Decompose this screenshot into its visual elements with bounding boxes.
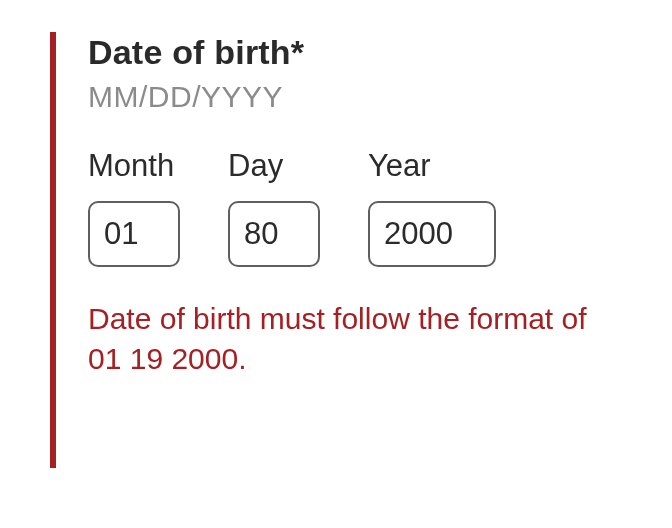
error-accent-bar (50, 32, 56, 468)
day-field: Day (228, 149, 320, 267)
day-label: Day (228, 149, 320, 183)
dob-fields-row: Month Day Year (88, 149, 652, 267)
field-group-legend: Date of birth* (88, 32, 652, 73)
year-field: Year (368, 149, 496, 267)
month-label: Month (88, 149, 180, 183)
form-content: Date of birth* MM/DD/YYYY Month Day Year… (88, 24, 652, 380)
month-field: Month (88, 149, 180, 267)
validation-error-message: Date of birth must follow the format of … (88, 299, 608, 380)
field-group-format-hint: MM/DD/YYYY (88, 79, 652, 115)
date-of-birth-form-group: Date of birth* MM/DD/YYYY Month Day Year… (0, 0, 672, 528)
month-input[interactable] (88, 201, 180, 267)
year-input[interactable] (368, 201, 496, 267)
day-input[interactable] (228, 201, 320, 267)
year-label: Year (368, 149, 496, 183)
